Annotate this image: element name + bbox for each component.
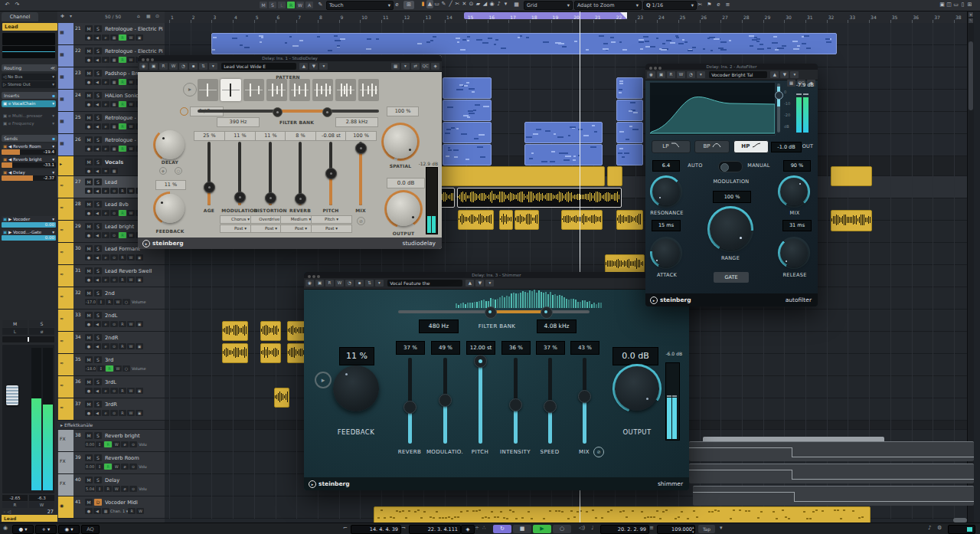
cycle-button[interactable]: ↻ [493, 525, 511, 533]
color-tool-icon[interactable]: ▾ [502, 0, 509, 8]
studiodelay-output-value[interactable]: 0.0 dB [387, 178, 425, 188]
track-solo-button[interactable]: S [94, 401, 102, 408]
stop-button[interactable]: ■ [513, 525, 531, 533]
monitor[interactable]: ● [85, 254, 93, 260]
spin[interactable]: ↕ [97, 365, 105, 372]
track-solo-button[interactable]: S [94, 245, 102, 252]
listen[interactable]: ◀ [93, 321, 101, 327]
preset-name-box[interactable]: Vocoder Bright Tal [709, 71, 767, 78]
inserts-section-header[interactable]: Inserts▪ [2, 92, 57, 99]
track-mute-button[interactable]: M [85, 267, 93, 274]
edit[interactable]: ▦ [110, 168, 118, 174]
copy-icon[interactable]: ▪ [189, 63, 198, 70]
studiodelay-pattern-button-8[interactable] [358, 79, 379, 101]
studiodelay-pattern-button-4[interactable] [266, 79, 287, 101]
studiodelay-mode-select-5[interactable]: Pitch ▾ [311, 215, 352, 224]
automation-l-button[interactable]: L [278, 2, 286, 8]
keyboard-icon[interactable]: ▦ [391, 63, 400, 70]
send-slot-3[interactable]: ▣ ◀ Delay▾ [2, 169, 56, 175]
range-tool-icon[interactable]: ▭ [433, 0, 440, 8]
track-mute-button[interactable]: M [85, 499, 93, 506]
track-solo-button[interactable]: S [94, 290, 102, 296]
clip-wave[interactable] [514, 210, 539, 230]
read-button[interactable]: R [119, 123, 126, 129]
read-icon[interactable]: R [667, 71, 675, 78]
track-mute-button[interactable]: M [85, 356, 93, 363]
edit-channel[interactable]: e [102, 321, 109, 327]
gain-value[interactable]: 0.00 [85, 464, 95, 470]
workspace-icon[interactable]: ⊞ [403, 1, 414, 9]
shimmer-filter-handle-low[interactable] [485, 306, 497, 319]
lock-icon[interactable]: ◈ [431, 63, 439, 70]
clip-wave[interactable] [260, 343, 281, 363]
shimmer-slider-handle-5[interactable] [544, 400, 557, 413]
write-button[interactable]: W [127, 232, 135, 238]
monitor[interactable]: ● [85, 388, 93, 394]
listen[interactable]: ◀ [93, 508, 101, 514]
studiodelay-slider-value-4[interactable]: 8 % [285, 131, 316, 141]
shimmer-slider-handle-1[interactable] [403, 401, 416, 414]
studiodelay-slider-handle-6[interactable] [355, 143, 367, 154]
clip-wave[interactable] [499, 210, 513, 230]
edit-channel[interactable]: e [102, 101, 109, 107]
autofilter-lp-button[interactable]: LP [652, 140, 691, 153]
instrument[interactable]: ⊙ [110, 410, 118, 416]
spin[interactable]: ↕ [97, 299, 105, 305]
track-row-38[interactable]: FX38MSReverb bright0.00↕RWø⊙Volu [57, 430, 165, 452]
track-mute-button[interactable]: M [85, 25, 93, 32]
routing-section-header[interactable]: Routing≪ [2, 64, 57, 71]
sig-menu-icon[interactable]: ▾ [720, 525, 723, 531]
clip-part[interactable] [831, 166, 872, 186]
channel-tab[interactable]: Channel [2, 12, 38, 21]
track-solo-button[interactable]: S [94, 356, 102, 363]
shimmer-slider-value-2[interactable]: 49 % [431, 341, 460, 355]
write-button[interactable]: W [113, 464, 120, 470]
autofilter-modulation-value[interactable]: 100 % [713, 191, 751, 203]
tempo-display[interactable]: 109.000 [657, 525, 695, 534]
preset-next-icon[interactable]: ▼ [780, 71, 789, 78]
instrument[interactable]: ⊙ [110, 254, 118, 260]
studiodelay-titlebar[interactable]: Delay: Ins. 1 - StudioDelay [138, 55, 442, 61]
instrument[interactable]: ▦ [110, 57, 118, 63]
read-button[interactable]: R [119, 188, 126, 194]
track-mute-button[interactable]: M [85, 432, 93, 439]
read-button[interactable]: R [104, 486, 112, 492]
vertical-scroll-thumb[interactable] [969, 41, 973, 110]
edit-channel[interactable]: e [102, 410, 109, 416]
shimmer-slider-value-1[interactable]: 37 % [396, 341, 425, 355]
read-button[interactable]: R [106, 365, 113, 372]
write-button[interactable]: W [29, 502, 54, 508]
preset-next-icon[interactable]: ▼ [475, 280, 484, 287]
instrument[interactable]: ⊙ [110, 188, 118, 194]
aq-button[interactable]: AQ [81, 525, 100, 534]
clip-midi[interactable] [211, 33, 837, 54]
gain-value[interactable]: -18.0 [85, 365, 96, 372]
send-slot-1[interactable]: ▣ ◀ Reverb Room▾ [2, 143, 56, 149]
freeze[interactable]: ▣ [136, 34, 143, 41]
instrument[interactable]: ⊙ [110, 210, 118, 216]
studiodelay-spatial-value[interactable]: 100 % [387, 106, 419, 116]
shimmer-output-knob[interactable] [612, 364, 662, 413]
preset-name-box[interactable]: Vocal Feature the [387, 280, 462, 287]
instrument[interactable]: ⊙ [110, 232, 118, 238]
shimmer-slider-handle-2[interactable] [439, 394, 452, 407]
snap-icon[interactable]: ▦ [513, 1, 520, 9]
punch-in-icon[interactable]: ÷ [475, 525, 479, 531]
track-row-37[interactable]: ≈37MS3rdR●◀e⊙RW▣ [57, 398, 165, 421]
automation-a-button[interactable]: A [305, 2, 313, 8]
track-mute-button[interactable]: M [85, 223, 93, 230]
track-mute-button[interactable]: M [85, 159, 93, 165]
channel-picture-top[interactable] [2, 33, 55, 45]
studiodelay-slider-value-3[interactable]: 11 % [255, 131, 286, 141]
pencil-icon[interactable]: ✎ [969, 18, 973, 23]
track-row-34[interactable]: ≈34MS2ndR●◀e⊙RW▣ [57, 332, 165, 354]
instrument[interactable]: ⊙ [110, 277, 118, 283]
write-icon[interactable]: W [169, 63, 178, 70]
shimmer-filter-high-value[interactable]: 4.08 kHz [537, 319, 577, 333]
read-button[interactable]: R [128, 508, 136, 514]
clip-midi[interactable] [616, 100, 643, 121]
track-mute-button[interactable]: M [85, 312, 93, 319]
write-button[interactable]: W [127, 123, 135, 129]
listen[interactable]: ◀ [93, 57, 101, 63]
note-icon[interactable]: ♪ [928, 525, 931, 531]
